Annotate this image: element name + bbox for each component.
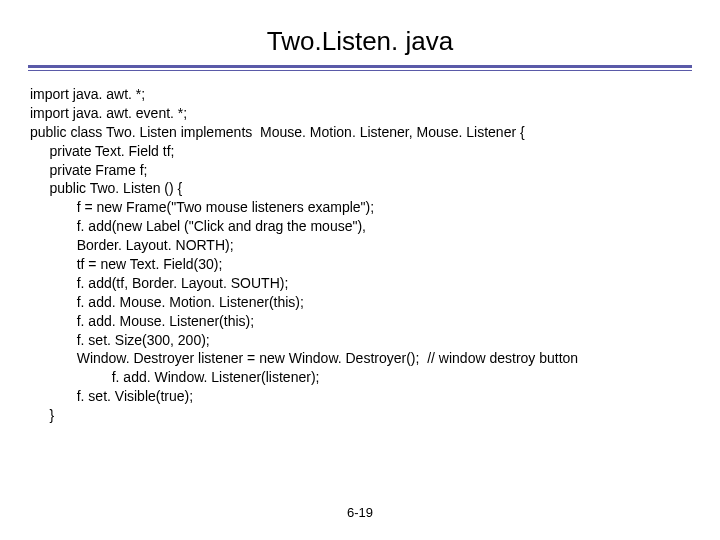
- rule-thick: [28, 65, 692, 68]
- title-underline: [28, 65, 692, 71]
- code-block: import java. awt. *; import java. awt. e…: [0, 71, 720, 425]
- slide: Two.Listen. java import java. awt. *; im…: [0, 0, 720, 540]
- slide-title: Two.Listen. java: [0, 0, 720, 65]
- page-number: 6-19: [0, 505, 720, 520]
- rule-thin: [28, 70, 692, 71]
